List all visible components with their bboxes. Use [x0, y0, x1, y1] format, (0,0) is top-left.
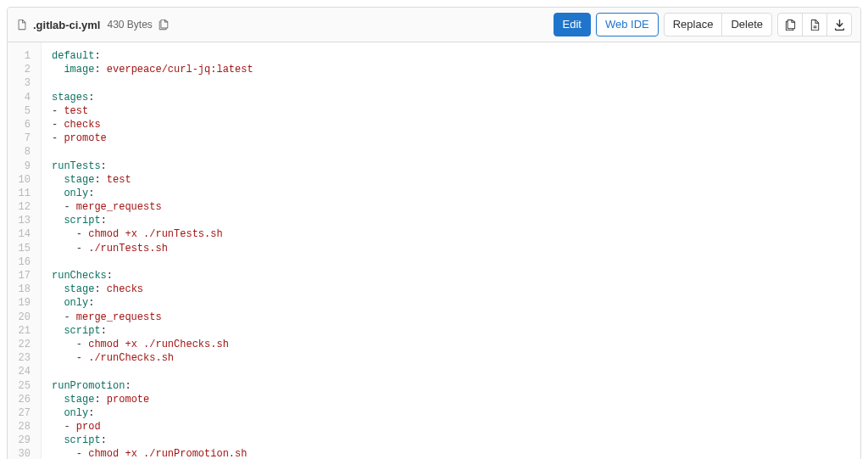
code-line: stage: test	[52, 173, 860, 187]
line-number[interactable]: 1	[8, 49, 34, 63]
replace-delete-group: Replace Delete	[664, 13, 772, 36]
code-line: - chmod +x ./runChecks.sh	[52, 338, 860, 351]
line-number[interactable]: 2	[8, 63, 34, 76]
code-line: - prod	[52, 420, 860, 434]
line-number[interactable]: 27	[8, 406, 34, 420]
file-title-area: .gitlab-ci.yml 430 Bytes	[16, 19, 170, 31]
copy-contents-button[interactable]	[777, 13, 803, 36]
line-number[interactable]: 19	[8, 296, 34, 310]
replace-button[interactable]: Replace	[664, 13, 723, 36]
line-number[interactable]: 7	[8, 132, 34, 145]
line-number[interactable]: 17	[8, 269, 34, 283]
code-line: runPromotion:	[52, 379, 860, 393]
line-number[interactable]: 21	[8, 324, 34, 338]
file-name: .gitlab-ci.yml	[33, 19, 100, 31]
file-viewer: .gitlab-ci.yml 430 Bytes Edit Web IDE Re…	[7, 7, 861, 459]
code-line: - checks	[52, 118, 860, 132]
code-line: default:	[52, 49, 860, 63]
code-line: script:	[52, 324, 860, 338]
code-line	[52, 76, 860, 90]
file-actions: Edit Web IDE Replace Delete	[554, 13, 852, 36]
code-content[interactable]: default: image: everpeace/curl-jq:latest…	[42, 42, 860, 459]
line-number[interactable]: 5	[8, 104, 34, 118]
delete-button[interactable]: Delete	[721, 13, 772, 36]
raw-button[interactable]	[802, 13, 827, 36]
code-line: only:	[52, 406, 860, 420]
utility-buttons-group	[777, 13, 852, 36]
code-line: - merge_requests	[52, 200, 860, 214]
line-number[interactable]: 12	[8, 200, 34, 214]
line-number[interactable]: 18	[8, 283, 34, 296]
file-header: .gitlab-ci.yml 430 Bytes Edit Web IDE Re…	[8, 8, 860, 42]
line-number[interactable]: 23	[8, 351, 34, 365]
line-number[interactable]: 26	[8, 393, 34, 406]
code-line: runChecks:	[52, 269, 860, 283]
code-line: script:	[52, 434, 860, 447]
line-number[interactable]: 24	[8, 365, 34, 378]
line-number[interactable]: 22	[8, 338, 34, 351]
code-line: - ./runChecks.sh	[52, 351, 860, 365]
code-line	[52, 365, 860, 378]
code-area: 1234567891011121314151617181920212223242…	[8, 42, 860, 459]
line-number[interactable]: 6	[8, 118, 34, 132]
line-number[interactable]: 13	[8, 214, 34, 227]
code-line: - chmod +x ./runPromotion.sh	[52, 447, 860, 459]
line-number[interactable]: 14	[8, 227, 34, 241]
code-line: - chmod +x ./runTests.sh	[52, 227, 860, 241]
code-line: stage: promote	[52, 393, 860, 406]
code-line: only:	[52, 296, 860, 310]
code-line: runTests:	[52, 160, 860, 173]
file-icon	[16, 19, 28, 31]
line-number[interactable]: 29	[8, 434, 34, 447]
line-number[interactable]: 11	[8, 187, 34, 200]
code-line: - test	[52, 104, 860, 118]
edit-button[interactable]: Edit	[554, 13, 591, 36]
code-line: - promote	[52, 132, 860, 145]
line-number[interactable]: 28	[8, 420, 34, 434]
line-number[interactable]: 15	[8, 242, 34, 255]
code-line	[52, 255, 860, 269]
line-number-gutter: 1234567891011121314151617181920212223242…	[8, 42, 42, 459]
code-line: image: everpeace/curl-jq:latest	[52, 63, 860, 76]
line-number[interactable]: 8	[8, 145, 34, 159]
line-number[interactable]: 10	[8, 173, 34, 187]
line-number[interactable]: 20	[8, 311, 34, 324]
web-ide-button[interactable]: Web IDE	[596, 13, 659, 36]
line-number[interactable]: 16	[8, 255, 34, 269]
line-number[interactable]: 3	[8, 76, 34, 90]
file-size: 430 Bytes	[107, 19, 152, 31]
code-line	[52, 145, 860, 159]
line-number[interactable]: 9	[8, 160, 34, 173]
line-number[interactable]: 30	[8, 447, 34, 459]
code-line: script:	[52, 214, 860, 227]
download-button[interactable]	[826, 13, 852, 36]
line-number[interactable]: 4	[8, 91, 34, 104]
code-line: stage: checks	[52, 283, 860, 296]
code-line: - merge_requests	[52, 311, 860, 324]
code-line: stages:	[52, 91, 860, 104]
code-line: only:	[52, 187, 860, 200]
line-number[interactable]: 25	[8, 379, 34, 393]
copy-path-icon[interactable]	[158, 19, 170, 31]
code-line: - ./runTests.sh	[52, 242, 860, 255]
